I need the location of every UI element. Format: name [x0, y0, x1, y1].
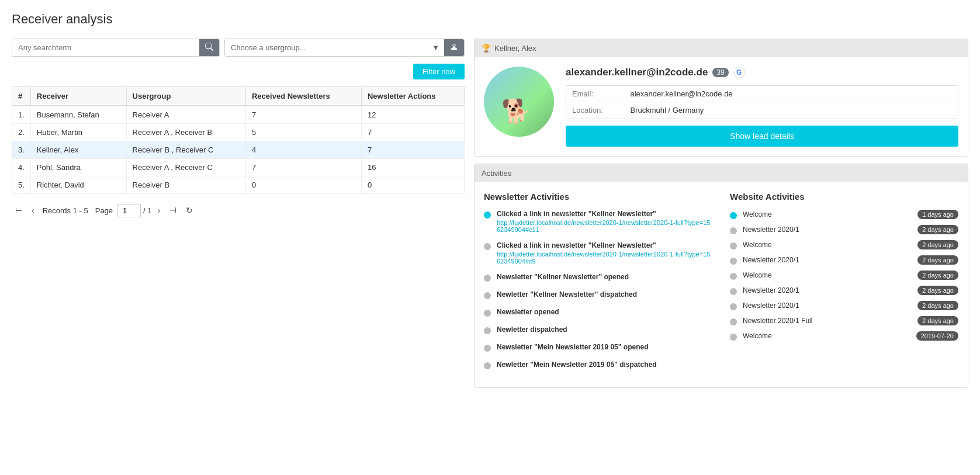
profile-info-table: Email: alexander.kellner@in2code.de Loca…: [566, 85, 958, 119]
newsletter-timeline-item: Newletter "Mein Newsletter 2019 05" disp…: [484, 360, 712, 370]
cell-receiver: Kellner, Alex: [30, 141, 126, 159]
cell-actions: 12: [361, 106, 464, 124]
page-title: Receiver analysis: [12, 12, 968, 27]
timeline-dot: [484, 212, 491, 219]
cell-newsletters: 4: [245, 141, 361, 159]
avatar-wrap: [484, 67, 554, 137]
timeline-content: Clicked a link in newsletter "Kellner Ne…: [497, 210, 712, 233]
time-badge: 2 days ago: [917, 286, 958, 295]
time-badge: 1 days ago: [917, 210, 958, 219]
website-timeline-item: Welcome 1 days ago: [730, 210, 958, 219]
search-input[interactable]: [12, 39, 199, 56]
col-header-num: #: [12, 87, 31, 106]
cell-usergroup: Receiver A , Receiver B: [126, 124, 245, 141]
website-timeline-item: Welcome 2 days ago: [730, 240, 958, 249]
newsletter-timeline-item: Clicked a link in newsletter "Kellner Ne…: [484, 210, 712, 233]
records-label: Records 1 - 5: [43, 206, 88, 215]
cell-num: 5.: [12, 176, 31, 194]
timeline-dot: [484, 327, 491, 334]
page-label: Page: [95, 206, 113, 215]
time-badge: 2 days ago: [917, 255, 958, 265]
newsletter-timeline-item: Clicked a link in newsletter "Kellner Ne…: [484, 241, 712, 265]
avatar: [484, 67, 554, 137]
newsletter-timeline-item: Newsletter "Mein Newsletter 2019 05" ope…: [484, 343, 712, 352]
cell-num: 1.: [12, 106, 31, 124]
email-value: alexander.kellner@in2code.de: [625, 86, 958, 102]
location-label: Location:: [566, 102, 625, 119]
total-pages: / 1: [143, 206, 151, 215]
page-number-input[interactable]: [117, 204, 141, 217]
cell-usergroup: Receiver A: [126, 106, 245, 124]
profile-name-header: Kellner, Alex: [494, 44, 536, 53]
newsletter-timeline-item: Newletter dispatched: [484, 325, 712, 335]
cell-num: 4.: [12, 159, 31, 176]
timeline-content: Newletter "Mein Newsletter 2019 05" disp…: [497, 360, 712, 370]
google-icon: G: [733, 67, 745, 78]
col-header-newsletters: Received Newsletters: [245, 87, 361, 106]
cell-actions: 7: [361, 141, 464, 159]
select-arrow-icon: ▼: [427, 39, 444, 56]
table-row[interactable]: 4. Pohl, Sandra Receiver A , Receiver C …: [12, 159, 465, 176]
show-lead-details-button[interactable]: Show lead details: [566, 126, 958, 147]
website-timeline-item: Welcome 2 days ago: [730, 271, 958, 280]
timeline-dot: [484, 292, 491, 299]
user-filter-button[interactable]: [444, 39, 464, 56]
table-row[interactable]: 1. Busemann, Stefan Receiver A 7 12: [12, 106, 465, 124]
cell-newsletters: 7: [245, 159, 361, 176]
cell-usergroup: Receiver A , Receiver C: [126, 159, 245, 176]
table-row[interactable]: 2. Huber, Martin Receiver A , Receiver B…: [12, 124, 465, 141]
website-dot: [730, 288, 737, 295]
location-value: Bruckmuhl / Germany: [625, 102, 958, 119]
table-row[interactable]: 5. Richter, David Receiver B 0 0: [12, 176, 465, 194]
newsletter-timeline: Clicked a link in newsletter "Kellner Ne…: [484, 210, 712, 370]
timeline-dot: [484, 362, 491, 369]
timeline-dot: [484, 345, 491, 352]
last-page-button[interactable]: ⊣: [166, 203, 180, 217]
time-badge: 2 days ago: [917, 240, 958, 249]
website-activities-title: Website Activities: [730, 192, 958, 202]
col-header-actions: Newsletter Actions: [361, 87, 464, 106]
website-item-text: Welcome: [743, 332, 910, 340]
usergroup-select[interactable]: Choose a usergroup... Receiver A Receive…: [225, 39, 427, 56]
col-header-receiver: Receiver: [30, 87, 126, 106]
timeline-content: Newletter dispatched: [497, 325, 712, 335]
cell-usergroup: Receiver B: [126, 176, 245, 194]
filter-now-button[interactable]: Filter now: [413, 64, 465, 79]
newsletter-timeline-item: Newsletter "Kellner Newsletter" opened: [484, 273, 712, 282]
time-badge: 2 days ago: [917, 316, 958, 325]
first-page-button[interactable]: ⊢: [12, 203, 26, 217]
newsletter-timeline-item: Newsletter opened: [484, 308, 712, 317]
cell-receiver: Richter, David: [30, 176, 126, 194]
search-button[interactable]: [199, 39, 219, 56]
newsletter-activities-title: Newsletter Activities: [484, 192, 712, 202]
cell-newsletters: 5: [245, 124, 361, 141]
cell-newsletters: 0: [245, 176, 361, 194]
website-dot: [730, 318, 737, 325]
website-item-text: Welcome: [743, 271, 912, 279]
website-item-text: Welcome: [743, 210, 912, 219]
badge-count: 39: [712, 68, 728, 77]
table-row[interactable]: 3. Kellner, Alex Receiver B , Receiver C…: [12, 141, 465, 159]
prev-page-button[interactable]: ‹: [28, 203, 38, 217]
newsletter-activities-column: Newsletter Activities Clicked a link in …: [484, 192, 712, 378]
website-item-text: Newsletter 2020/1 Full: [743, 317, 912, 325]
cell-usergroup: Receiver B , Receiver C: [126, 141, 245, 159]
website-timeline-item: Newsletter 2020/1 2 days ago: [730, 286, 958, 295]
timeline-content: Newletter "Kellner Newsletter" dispatche…: [497, 290, 712, 300]
website-dot: [730, 273, 737, 280]
website-item-text: Newsletter 2020/1: [743, 256, 912, 264]
email-label: Email:: [566, 86, 625, 102]
refresh-button[interactable]: ↻: [182, 203, 196, 217]
next-page-button[interactable]: ›: [154, 203, 164, 217]
website-timeline-item: Newsletter 2020/1 2 days ago: [730, 255, 958, 265]
website-timeline-item: Newsletter 2020/1 2 days ago: [730, 225, 958, 234]
cell-receiver: Huber, Martin: [30, 124, 126, 141]
usergroup-select-wrap: Choose a usergroup... Receiver A Receive…: [224, 39, 465, 57]
time-badge: 2 days ago: [917, 271, 958, 280]
receivers-table: # Receiver Usergroup Received Newsletter…: [12, 86, 465, 194]
time-badge: 2019-07-20: [916, 331, 958, 341]
website-dot: [730, 227, 737, 234]
cell-actions: 7: [361, 124, 464, 141]
cell-newsletters: 7: [245, 106, 361, 124]
timeline-dot: [484, 275, 491, 282]
